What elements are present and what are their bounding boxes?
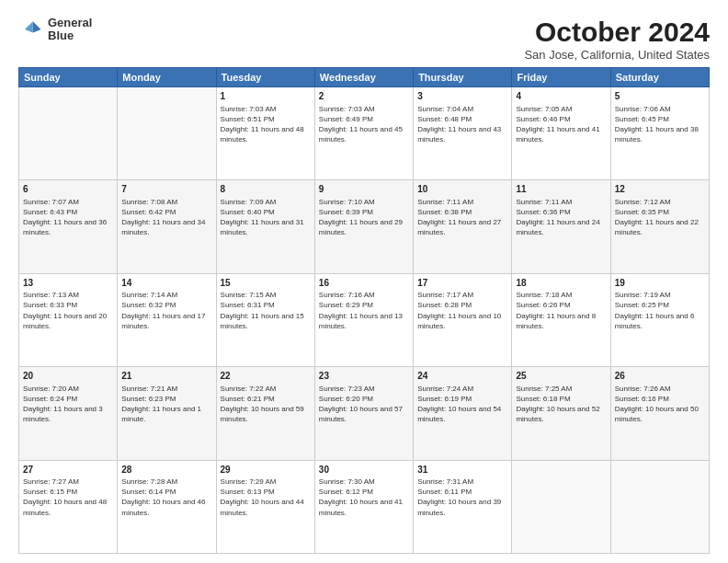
calendar-cell: 10Sunrise: 7:11 AM Sunset: 6:38 PM Dayli… (414, 180, 512, 273)
calendar-cell: 8Sunrise: 7:09 AM Sunset: 6:40 PM Daylig… (216, 180, 314, 273)
day-info: Sunrise: 7:06 AM Sunset: 6:45 PM Dayligh… (615, 104, 705, 145)
day-number: 24 (417, 370, 507, 383)
calendar-cell: 20Sunrise: 7:20 AM Sunset: 6:24 PM Dayli… (19, 367, 118, 460)
calendar-header-sunday: Sunday (19, 68, 118, 87)
calendar-week-row: 13Sunrise: 7:13 AM Sunset: 6:33 PM Dayli… (19, 273, 710, 366)
calendar-cell: 29Sunrise: 7:29 AM Sunset: 6:13 PM Dayli… (216, 460, 314, 553)
day-info: Sunrise: 7:30 AM Sunset: 6:12 PM Dayligh… (319, 477, 409, 518)
day-info: Sunrise: 7:17 AM Sunset: 6:28 PM Dayligh… (417, 290, 507, 331)
day-info: Sunrise: 7:27 AM Sunset: 6:15 PM Dayligh… (23, 477, 113, 518)
day-info: Sunrise: 7:29 AM Sunset: 6:13 PM Dayligh… (221, 477, 311, 518)
day-info: Sunrise: 7:13 AM Sunset: 6:33 PM Dayligh… (23, 290, 113, 331)
day-info: Sunrise: 7:22 AM Sunset: 6:21 PM Dayligh… (221, 384, 311, 425)
day-info: Sunrise: 7:04 AM Sunset: 6:48 PM Dayligh… (417, 104, 507, 145)
day-info: Sunrise: 7:31 AM Sunset: 6:11 PM Dayligh… (417, 477, 507, 518)
day-info: Sunrise: 7:20 AM Sunset: 6:24 PM Dayligh… (23, 384, 113, 425)
calendar-week-row: 20Sunrise: 7:20 AM Sunset: 6:24 PM Dayli… (19, 367, 710, 460)
calendar-header-wednesday: Wednesday (314, 68, 413, 87)
calendar-cell: 14Sunrise: 7:14 AM Sunset: 6:32 PM Dayli… (118, 273, 216, 366)
calendar-cell: 24Sunrise: 7:24 AM Sunset: 6:19 PM Dayli… (414, 367, 512, 460)
month-title: October 2024 (524, 17, 710, 47)
day-number: 23 (319, 370, 409, 383)
day-info: Sunrise: 7:16 AM Sunset: 6:29 PM Dayligh… (319, 290, 409, 331)
day-number: 17 (417, 277, 507, 290)
calendar-week-row: 27Sunrise: 7:27 AM Sunset: 6:15 PM Dayli… (19, 460, 710, 553)
day-number: 5 (615, 90, 705, 103)
day-info: Sunrise: 7:14 AM Sunset: 6:32 PM Dayligh… (121, 290, 211, 331)
calendar-header-friday: Friday (512, 68, 610, 87)
day-number: 10 (417, 183, 507, 196)
calendar-cell: 4Sunrise: 7:05 AM Sunset: 6:46 PM Daylig… (512, 87, 610, 180)
day-info: Sunrise: 7:08 AM Sunset: 6:42 PM Dayligh… (121, 197, 211, 238)
day-number: 25 (516, 370, 606, 383)
day-number: 30 (319, 464, 409, 477)
calendar-cell: 23Sunrise: 7:23 AM Sunset: 6:20 PM Dayli… (314, 367, 413, 460)
day-number: 13 (23, 277, 113, 290)
logo-text: General Blue (48, 17, 92, 43)
calendar-week-row: 1Sunrise: 7:03 AM Sunset: 6:51 PM Daylig… (19, 87, 710, 180)
calendar-cell: 6Sunrise: 7:07 AM Sunset: 6:43 PM Daylig… (19, 180, 118, 273)
day-number: 8 (221, 183, 311, 196)
day-number: 28 (121, 464, 211, 477)
day-info: Sunrise: 7:07 AM Sunset: 6:43 PM Dayligh… (23, 197, 113, 238)
day-number: 27 (23, 464, 113, 477)
day-number: 31 (417, 464, 507, 477)
day-info: Sunrise: 7:24 AM Sunset: 6:19 PM Dayligh… (417, 384, 507, 425)
day-number: 4 (516, 90, 606, 103)
day-info: Sunrise: 7:11 AM Sunset: 6:38 PM Dayligh… (417, 197, 507, 238)
svg-marker-0 (33, 22, 41, 33)
header: General Blue October 2024 San Jose, Cali… (18, 17, 710, 62)
day-info: Sunrise: 7:09 AM Sunset: 6:40 PM Dayligh… (221, 197, 311, 238)
day-number: 18 (516, 277, 606, 290)
day-number: 20 (23, 370, 113, 383)
day-number: 11 (516, 183, 606, 196)
calendar-cell: 30Sunrise: 7:30 AM Sunset: 6:12 PM Dayli… (314, 460, 413, 553)
day-number: 7 (121, 183, 211, 196)
day-number: 21 (121, 370, 211, 383)
calendar-cell: 27Sunrise: 7:27 AM Sunset: 6:15 PM Dayli… (19, 460, 118, 553)
calendar-cell: 28Sunrise: 7:28 AM Sunset: 6:14 PM Dayli… (118, 460, 216, 553)
calendar-header-monday: Monday (118, 68, 216, 87)
calendar-table: SundayMondayTuesdayWednesdayThursdayFrid… (18, 67, 710, 554)
logo-icon (18, 17, 44, 42)
day-number: 15 (221, 277, 311, 290)
day-number: 14 (121, 277, 211, 290)
calendar-cell (118, 87, 216, 180)
day-info: Sunrise: 7:18 AM Sunset: 6:26 PM Dayligh… (516, 290, 606, 331)
day-number: 3 (417, 90, 507, 103)
calendar-cell: 31Sunrise: 7:31 AM Sunset: 6:11 PM Dayli… (414, 460, 512, 553)
calendar-cell: 11Sunrise: 7:11 AM Sunset: 6:36 PM Dayli… (512, 180, 610, 273)
location-subtitle: San Jose, California, United States (524, 48, 710, 62)
calendar-cell: 26Sunrise: 7:26 AM Sunset: 6:16 PM Dayli… (610, 367, 709, 460)
calendar-cell: 2Sunrise: 7:03 AM Sunset: 6:49 PM Daylig… (314, 87, 413, 180)
calendar-cell: 5Sunrise: 7:06 AM Sunset: 6:45 PM Daylig… (610, 87, 709, 180)
day-number: 1 (221, 90, 311, 103)
calendar-cell: 12Sunrise: 7:12 AM Sunset: 6:35 PM Dayli… (610, 180, 709, 273)
page: General Blue October 2024 San Jose, Cali… (0, 0, 728, 563)
day-info: Sunrise: 7:21 AM Sunset: 6:23 PM Dayligh… (121, 384, 211, 425)
svg-marker-1 (25, 22, 33, 33)
calendar-cell (610, 460, 709, 553)
day-info: Sunrise: 7:11 AM Sunset: 6:36 PM Dayligh… (516, 197, 606, 238)
calendar-header-saturday: Saturday (610, 68, 709, 87)
calendar-cell: 17Sunrise: 7:17 AM Sunset: 6:28 PM Dayli… (414, 273, 512, 366)
calendar-header-thursday: Thursday (414, 68, 512, 87)
day-number: 6 (23, 183, 113, 196)
day-info: Sunrise: 7:25 AM Sunset: 6:18 PM Dayligh… (516, 384, 606, 425)
day-number: 16 (319, 277, 409, 290)
calendar-cell: 3Sunrise: 7:04 AM Sunset: 6:48 PM Daylig… (414, 87, 512, 180)
day-number: 29 (221, 464, 311, 477)
day-info: Sunrise: 7:03 AM Sunset: 6:49 PM Dayligh… (319, 104, 409, 145)
calendar-cell: 22Sunrise: 7:22 AM Sunset: 6:21 PM Dayli… (216, 367, 314, 460)
calendar-cell: 15Sunrise: 7:15 AM Sunset: 6:31 PM Dayli… (216, 273, 314, 366)
day-info: Sunrise: 7:26 AM Sunset: 6:16 PM Dayligh… (615, 384, 705, 425)
day-info: Sunrise: 7:23 AM Sunset: 6:20 PM Dayligh… (319, 384, 409, 425)
day-number: 9 (319, 183, 409, 196)
day-number: 26 (615, 370, 705, 383)
day-number: 19 (615, 277, 705, 290)
day-number: 12 (615, 183, 705, 196)
calendar-cell: 7Sunrise: 7:08 AM Sunset: 6:42 PM Daylig… (118, 180, 216, 273)
calendar-cell (512, 460, 610, 553)
calendar-header-row: SundayMondayTuesdayWednesdayThursdayFrid… (19, 68, 710, 87)
day-info: Sunrise: 7:28 AM Sunset: 6:14 PM Dayligh… (121, 477, 211, 518)
